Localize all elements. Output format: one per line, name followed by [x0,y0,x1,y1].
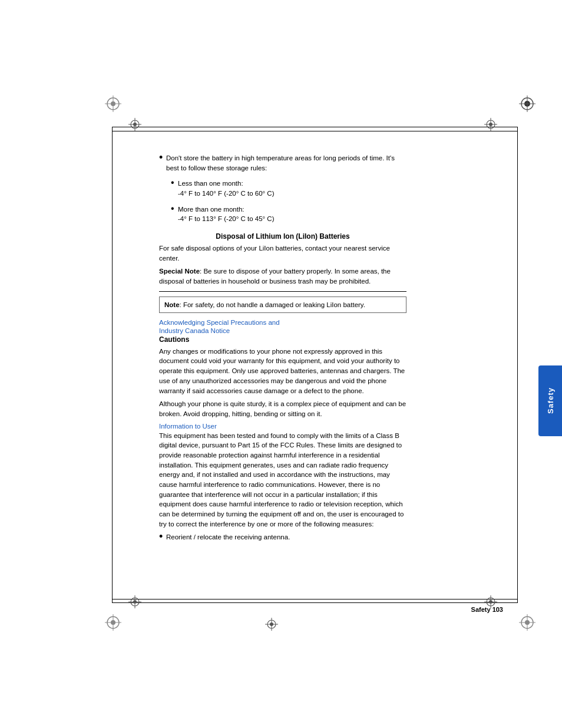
top-rule-1 [112,127,518,127]
bottom-rule-2 [112,602,518,603]
note-box: Note: For safety, do not handle a damage… [159,297,406,313]
top-rule-2 [112,131,518,131]
cautions-para-1: Any changes or modifications to your pho… [159,347,406,396]
bullet-item-storage: • Don't store the battery in high temper… [159,153,406,176]
info-para: This equipment has been tested and found… [159,431,406,529]
section-link-2[interactable]: Industry Canada Notice [159,327,406,334]
reorient-text: Reorient / relocate the receiving antenn… [166,532,290,542]
info-to-user-link[interactable]: Information to User [159,423,406,430]
section-link-1[interactable]: Acknowledging Special Precautions and [159,319,406,326]
sub-bullet-dot-1: • [171,179,178,202]
reg-mark-top-left-outer [105,95,121,114]
bullet-dot-reorient: • [159,532,166,546]
sub-bullet-less-month-text: Less than one month: -4° F to 140° F (-2… [178,179,274,198]
reg-mark-top-right-outer [519,95,535,114]
reg-mark-top-right-inner [484,118,497,133]
bottom-rule-1 [112,599,518,599]
storage-text: Don't store the battery in high temperat… [166,153,406,173]
less-month-label: Less than one month: [178,180,243,187]
more-month-label: More than one month: [178,206,244,213]
reg-mark-bottom-left-inner [128,595,141,610]
reg-mark-top-left-inner [128,118,141,133]
cautions-heading: Cautions [159,335,406,344]
left-rule [112,127,113,603]
note-text: : For safety, do not handle a damaged or… [180,301,365,308]
safety-tab: Safety [538,365,562,436]
safety-tab-label: Safety [546,387,555,414]
reg-mark-bottom-left-outer [105,614,121,633]
sub-bullet-dot-2: • [171,205,178,228]
divider-1 [159,291,406,292]
less-month-value: -4° F to 140° F (-20° C to 60° C) [178,190,274,197]
reg-mark-bottom-center [265,618,278,633]
disposal-heading: Disposal of Lithium Ion (LiIon) Batterie… [159,232,406,241]
reg-mark-bottom-right-outer [519,614,535,633]
sub-bullet-more-month: • More than one month: -4° F to 113° F (… [171,205,406,228]
page-container: • Don't store the battery in high temper… [0,0,562,728]
right-rule [517,127,518,603]
special-note-label: Special Note [159,268,200,275]
section-link-container: Acknowledging Special Precautions and In… [159,319,406,334]
bullet-dot: • [159,153,166,176]
main-content: • Don't store the battery in high temper… [159,153,406,548]
special-note: Special Note: Be sure to dispose of your… [159,266,406,286]
bullet-reorient: • Reorient / relocate the receiving ante… [159,532,406,546]
cautions-para-2: Although your phone is quite sturdy, it … [159,399,406,419]
more-month-value: -4° F to 113° F (-20° C to 45° C) [178,215,274,222]
note-label: Note [164,301,180,308]
sub-bullet-more-month-text: More than one month: -4° F to 113° F (-2… [178,205,274,224]
disposal-text: For safe disposal options of your LiIon … [159,243,406,263]
page-number: Safety 103 [471,606,503,613]
sub-bullet-less-month: • Less than one month: -4° F to 140° F (… [171,179,406,202]
